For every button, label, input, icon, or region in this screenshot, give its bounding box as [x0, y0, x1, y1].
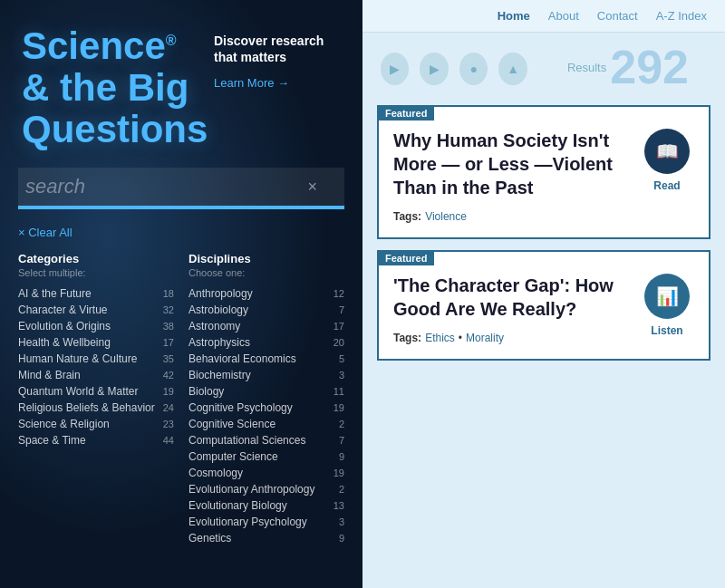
list-item[interactable]: Religious Beliefs & Behavior24 — [18, 400, 174, 416]
title-questions: Questions — [22, 108, 208, 150]
list-item[interactable]: Astrobiology7 — [188, 302, 344, 318]
list-item[interactable]: Evolutionary Biology13 — [188, 497, 344, 514]
tag-ethics[interactable]: Ethics — [425, 332, 455, 344]
list-item[interactable]: Biochemistry3 — [188, 367, 344, 383]
card-1-title: Why Human Society Isn't More — or Less —… — [393, 129, 629, 199]
list-item[interactable]: Cosmology19 — [188, 465, 344, 481]
card-2-title: 'The Character Gap': How Good Are We Rea… — [393, 274, 629, 321]
featured-badge-1: Featured — [378, 106, 434, 120]
disciplines-subheading: Choose one: — [188, 267, 344, 278]
list-item[interactable]: Evolutionary Psychology3 — [188, 514, 344, 530]
list-item[interactable]: Computational Sciences7 — [188, 432, 344, 448]
list-item[interactable]: Science & Religion23 — [18, 416, 174, 432]
listen-button[interactable]: 📊 — [644, 274, 690, 319]
chart-icon: 📊 — [656, 285, 679, 307]
list-item[interactable]: Computer Science9 — [188, 448, 344, 465]
top-navigation: Home About Contact A-Z Index — [362, 0, 725, 33]
categories-subheading: Select multiple: — [18, 267, 174, 278]
card-2-content: 'The Character Gap': How Good Are We Rea… — [379, 252, 709, 359]
card-1-content: Why Human Society Isn't More — or Less —… — [379, 107, 709, 237]
list-item[interactable]: Behavioral Economics5 — [188, 351, 344, 367]
card-1-text: Why Human Society Isn't More — or Less —… — [393, 129, 629, 223]
disciplines-heading: Disciplines — [188, 252, 344, 265]
play2-icon: ▶ — [430, 62, 440, 76]
filters-section: Categories Select multiple: AI & the Fut… — [0, 252, 362, 588]
card-1-tags: Tags: Violence — [393, 210, 629, 223]
filter-icon-up[interactable]: ▲ — [498, 53, 527, 85]
list-item[interactable]: Cognitive Psychology19 — [188, 400, 344, 416]
hero-subtitle: Discover research that matters Learn Mor… — [214, 25, 341, 91]
search-clear-icon[interactable]: × — [307, 178, 317, 197]
disciplines-column: Disciplines Choose one: Anthropology12 A… — [188, 252, 344, 588]
cards-section: Featured Why Human Society Isn't More — … — [362, 105, 725, 375]
categories-column: Categories Select multiple: AI & the Fut… — [18, 252, 174, 588]
tagline: Discover research that matters — [214, 33, 341, 65]
tags-label-2: Tags: — [393, 332, 421, 344]
dot-icon: ● — [469, 62, 477, 76]
list-item[interactable]: Evolutionary Anthropology2 — [188, 481, 344, 497]
title-big: & the Big — [22, 66, 188, 109]
filter-icon-dot[interactable]: ● — [459, 53, 488, 85]
filter-icons-row: ▶ ▶ ● ▲ Results 292 — [362, 33, 725, 105]
results-count: 292 — [610, 43, 689, 91]
list-item[interactable]: Mind & Brain42 — [18, 367, 174, 383]
list-item[interactable]: Genetics9 — [188, 530, 344, 546]
read-button[interactable]: 📖 — [644, 129, 690, 174]
play-icon: ▶ — [390, 62, 400, 76]
results-label: Results — [567, 61, 606, 74]
categories-heading: Categories — [18, 252, 174, 265]
list-item[interactable]: Cognitive Science2 — [188, 416, 344, 432]
list-item[interactable]: Biology11 — [188, 383, 344, 400]
search-wrapper: × — [18, 168, 344, 207]
list-item[interactable]: AI & the Future18 — [18, 285, 174, 302]
book-icon: 📖 — [656, 140, 679, 162]
list-item[interactable]: Astrophysics20 — [188, 334, 344, 351]
nav-home[interactable]: Home — [498, 9, 530, 23]
listen-label: Listen — [651, 324, 682, 337]
filter-icon-play[interactable]: ▶ — [381, 53, 409, 85]
right-panel: Home About Contact A-Z Index ▶ ▶ ● ▲ Res… — [362, 0, 725, 588]
featured-card-2: Featured 'The Character Gap': How Good A… — [377, 250, 710, 361]
tags-label: Tags: — [393, 210, 421, 223]
nav-contact[interactable]: Contact — [597, 9, 638, 23]
search-input[interactable] — [18, 168, 344, 207]
up-icon: ▲ — [507, 62, 519, 76]
filter-icon-play2[interactable]: ▶ — [420, 53, 448, 85]
learn-more-link[interactable]: Learn More → — [214, 76, 289, 90]
list-item[interactable]: Evolution & Origins38 — [18, 318, 174, 334]
disciplines-list: Anthropology12 Astrobiology7 Astronomy17… — [188, 285, 344, 546]
list-item[interactable]: Character & Virtue32 — [18, 302, 174, 318]
hero-title: Science® & the Big Questions — [22, 25, 208, 151]
featured-badge-2: Featured — [378, 251, 434, 265]
card-2-tags: Tags: Ethics • Morality — [393, 332, 629, 344]
list-item[interactable]: Astronomy17 — [188, 318, 344, 334]
card-2-action: 📊 Listen — [640, 274, 694, 344]
clear-all-button[interactable]: × Clear All — [0, 218, 362, 252]
left-panel: Science® & the Big Questions Discover re… — [0, 0, 362, 588]
nav-about[interactable]: About — [548, 9, 579, 23]
tag-violence[interactable]: Violence — [425, 210, 467, 223]
card-2-text: 'The Character Gap': How Good Are We Rea… — [393, 274, 629, 344]
list-item[interactable]: Quantum World & Matter19 — [18, 383, 174, 400]
list-item[interactable]: Anthropology12 — [188, 285, 344, 302]
search-section: × — [0, 168, 362, 218]
list-item[interactable]: Human Nature & Culture35 — [18, 351, 174, 367]
nav-az-index[interactable]: A-Z Index — [656, 9, 707, 23]
tag-morality[interactable]: Morality — [466, 332, 504, 344]
card-1-action: 📖 Read — [640, 129, 694, 223]
featured-card-1: Featured Why Human Society Isn't More — … — [377, 105, 710, 239]
hero-section: Science® & the Big Questions Discover re… — [0, 0, 362, 168]
tag-separator: • — [459, 332, 462, 344]
title-science: Science — [22, 24, 166, 67]
results-section: Results 292 — [549, 43, 707, 94]
title-trademark: ® — [166, 33, 177, 48]
list-item[interactable]: Space & Time44 — [18, 432, 174, 448]
read-label: Read — [653, 179, 680, 192]
categories-list: AI & the Future18 Character & Virtue32 E… — [18, 285, 174, 448]
list-item[interactable]: Health & Wellbeing17 — [18, 334, 174, 351]
